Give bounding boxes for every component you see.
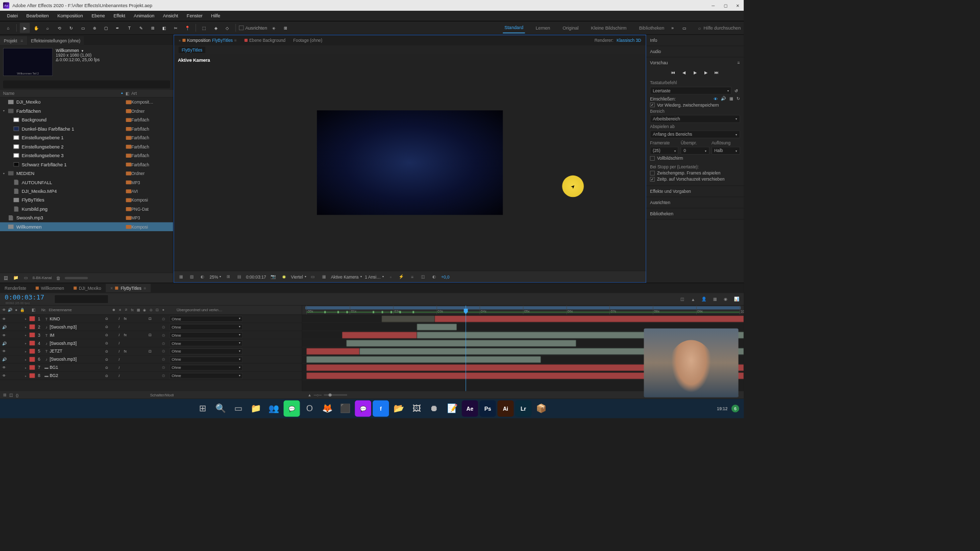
zoom-tool[interactable]: ⌕ — [43, 23, 53, 33]
taskbar-search-icon[interactable]: 🔍 — [212, 400, 229, 417]
menu-animation[interactable]: Animation — [130, 12, 158, 20]
taskbar-photos-icon[interactable]: 🖼 — [408, 400, 425, 417]
taskbar-facebook-icon[interactable]: f — [373, 400, 389, 417]
workspace-standard[interactable]: Standard — [503, 22, 525, 33]
close-button[interactable]: ✕ — [736, 3, 741, 8]
resolution-preview-dropdown[interactable]: Halb▾ — [712, 147, 740, 155]
menu-ansicht[interactable]: Ansicht — [159, 12, 182, 20]
snapshot-button[interactable]: 📷 — [270, 273, 277, 281]
timeline-tab[interactable]: Renderliste — [0, 284, 31, 292]
taskbar-windows-icon[interactable]: ⊞ — [194, 400, 211, 417]
pixel-aspect-button[interactable]: ▫ — [387, 273, 395, 281]
puppet-tool[interactable]: 📍 — [182, 23, 192, 33]
workspace-bibliotheken[interactable]: Bibliotheken — [638, 23, 666, 33]
preview-timecode[interactable]: 0:00:03:17 — [246, 274, 266, 279]
skip-dropdown[interactable]: 0▾ — [681, 147, 709, 155]
toggle-transparency-button[interactable]: ▨ — [188, 273, 195, 281]
taskbar-obs-icon[interactable]: ⏺ — [426, 400, 443, 417]
workspace-original[interactable]: Original — [561, 23, 580, 33]
project-item[interactable]: Kursbild.pngPNG-Dat — [0, 205, 173, 213]
layer-row[interactable]: 🔊▸6♪[Swoosh.mp3]⊙/⊙Ohne▾ — [0, 356, 302, 364]
notification-badge[interactable]: 6 — [731, 405, 739, 412]
taskbar-lr-icon[interactable]: Lr — [515, 400, 531, 417]
layer-row[interactable]: 🔊▸4♪[Swoosh.mp3]⊙/⊙Ohne▾ — [0, 339, 302, 347]
parent-dropdown[interactable]: Ohne▾ — [169, 324, 242, 330]
video-column-icon[interactable]: 👁 — [2, 307, 7, 313]
toggle-switches-button[interactable]: ⊞ — [3, 393, 6, 397]
snap-options[interactable]: ⚹ — [269, 23, 279, 33]
menu-effekt[interactable]: Effekt — [110, 12, 129, 20]
roi-button[interactable]: ▭ — [309, 273, 317, 281]
project-tree[interactable]: DJI_MexikoKomposit…▾FarbflächenOrdnerBac… — [0, 97, 173, 272]
maximize-button[interactable]: ▢ — [723, 3, 728, 8]
timeline-tab[interactable]: DJI_Mexiko — [69, 284, 106, 292]
layer-row[interactable]: 👁▸3TIM⊙/fx⊡⊙Ohne▾ — [0, 331, 302, 339]
taskbar-ai-icon[interactable]: Ai — [498, 400, 514, 417]
taskbar-app2-icon[interactable]: 📦 — [533, 400, 549, 417]
parent-dropdown[interactable]: Ohne▾ — [169, 316, 242, 321]
taskbar-opera-icon[interactable]: O — [302, 400, 318, 417]
taskbar-messenger-icon[interactable]: 💬 — [355, 400, 371, 417]
audio-column-icon[interactable]: 🔊 — [8, 307, 13, 313]
timeline-clip[interactable] — [342, 332, 417, 338]
project-item[interactable]: BackgroundFarbfläch — [0, 115, 173, 124]
project-item[interactable]: Einstellungsebene 1Farbfläch — [0, 133, 173, 142]
project-item[interactable]: FlyByTitlesKomposi — [0, 195, 173, 204]
info-panel-header[interactable]: Info — [646, 36, 744, 44]
rotate-tool[interactable]: ↻ — [66, 23, 77, 33]
motion-blur-button[interactable]: ◉ — [721, 295, 730, 304]
timeline-tab[interactable]: Willkommen — [31, 284, 68, 292]
thumb-size-slider[interactable] — [65, 277, 88, 279]
reset-shortcut-button[interactable]: ↺ — [733, 87, 740, 94]
timeline-clip[interactable] — [382, 316, 435, 322]
zoom-out-button[interactable]: ▲ — [308, 393, 312, 397]
taskbar-ps-icon[interactable]: Ps — [480, 400, 496, 417]
move-time-checkbox[interactable] — [650, 177, 655, 182]
project-item[interactable]: ▾FarbflächenOrdner — [0, 107, 173, 115]
playfrom-dropdown[interactable]: Anfang des Bereichs▾ — [650, 131, 740, 138]
taskbar-app1-icon[interactable]: ⬛ — [337, 400, 353, 417]
project-item[interactable]: Swoosh.mp3MP3 — [0, 213, 173, 222]
project-item[interactable]: Einstellungsebene 3Farbfläch — [0, 151, 173, 160]
minimize-button[interactable]: ─ — [710, 3, 716, 8]
menu-datei[interactable]: Datei — [3, 12, 21, 20]
effect-controls-tab[interactable]: Effekteinstellungen (ohne) — [27, 36, 84, 45]
pan-behind-tool[interactable]: ⊕ — [89, 23, 100, 33]
timeline-zoom-slider[interactable] — [324, 394, 348, 396]
project-search[interactable] — [3, 81, 170, 88]
show-channel-button[interactable]: ◉ — [280, 273, 288, 281]
selection-tool[interactable]: ▶ — [20, 23, 30, 33]
frame-blend-button[interactable]: ▦ — [710, 295, 719, 304]
include-video-icon[interactable]: 👁 — [714, 96, 718, 101]
taskbar-explorer-icon[interactable]: 📁 — [248, 400, 264, 417]
timeline-clip[interactable] — [307, 348, 360, 355]
world-axis-tool[interactable]: ◈ — [211, 23, 221, 33]
toggle-alpha-button[interactable]: ▦ — [177, 273, 185, 281]
layer-row[interactable]: 👁▸1TKINO⊙/fx⊡⊙Ohne▾ — [0, 315, 302, 323]
fullscreen-checkbox[interactable] — [650, 156, 655, 161]
pen-tool[interactable]: ✒ — [113, 23, 123, 33]
timeline-button[interactable]: ≡ — [408, 273, 416, 281]
interpret-footage-button[interactable]: 🖼 — [3, 274, 10, 282]
shape-tool[interactable]: ▢ — [101, 23, 111, 33]
breadcrumb-comp[interactable]: FlyByTitles — [179, 47, 206, 53]
orbit-tool[interactable]: ⟲ — [55, 23, 65, 33]
camera-tool[interactable]: ▭ — [78, 23, 88, 33]
loop-icon[interactable]: ↻ — [737, 96, 740, 101]
layer-row[interactable]: 👁▸7▬BG1⊙/⊙Ohne▾ — [0, 364, 302, 372]
menu-komposition[interactable]: Komposition — [54, 12, 87, 20]
toggle-in-out-button[interactable]: {} — [16, 393, 18, 397]
clone-tool[interactable]: ⊞ — [148, 23, 158, 33]
parent-dropdown[interactable]: Ohne▾ — [169, 332, 242, 338]
timeline-clip[interactable] — [417, 324, 457, 331]
next-frame-button[interactable]: ▶ — [702, 69, 709, 76]
project-item[interactable]: DJI_MexikoKomposit… — [0, 97, 173, 106]
composition-viewer[interactable]: Aktive Kamera — [174, 55, 646, 271]
cached-frames-checkbox[interactable] — [650, 171, 655, 176]
last-frame-button[interactable]: ⏭ — [713, 69, 720, 76]
align-panel-header[interactable]: Ausrichten — [646, 198, 744, 206]
framerate-dropdown[interactable]: (25)▾ — [650, 147, 679, 155]
fast-previews-button[interactable]: ⚡ — [398, 273, 405, 281]
exposure-reset-button[interactable]: ◐ — [430, 273, 438, 281]
workspace-menu[interactable]: ▭ — [679, 23, 689, 33]
